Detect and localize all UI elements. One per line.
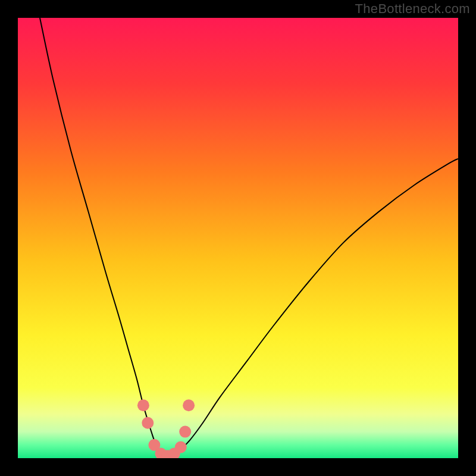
watermark-text: TheBottleneck.com (355, 1, 470, 17)
data-points-group (137, 399, 195, 458)
data-point (179, 426, 191, 438)
bottleneck-curve (40, 18, 458, 456)
data-point (137, 399, 149, 411)
data-point (142, 417, 154, 429)
chart-svg (18, 18, 458, 458)
plot-area (18, 18, 458, 458)
chart-frame: TheBottleneck.com (0, 0, 476, 476)
data-point (175, 441, 187, 453)
data-point (183, 399, 195, 411)
